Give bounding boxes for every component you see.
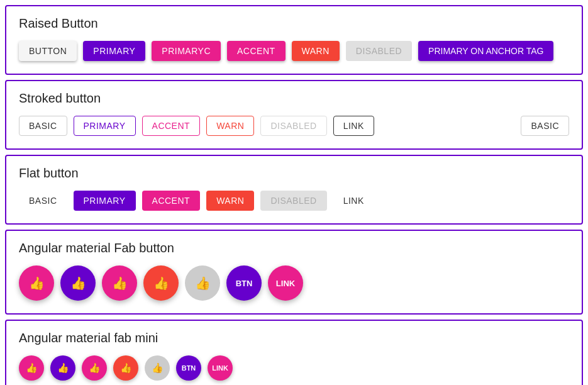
- stroked-button-primary[interactable]: Primary: [74, 116, 136, 136]
- flat-button-warn[interactable]: Warn: [206, 191, 254, 211]
- raised-button-section: Raised Button Button Primary PrimaryC Ac…: [5, 5, 583, 75]
- fab-purple[interactable]: [60, 265, 96, 301]
- thumb-icon: [153, 276, 169, 291]
- fab-mini-section: Angular material fab mini BTN LINK: [5, 320, 583, 385]
- stroked-button-link[interactable]: Link: [333, 116, 374, 136]
- fab-mini-btn[interactable]: BTN: [176, 355, 201, 381]
- raised-button-disabled: Disabled: [346, 41, 412, 61]
- stroked-button-warn[interactable]: Warn: [206, 116, 254, 136]
- raised-button-accent[interactable]: Accent: [227, 41, 286, 61]
- stroked-button-basic2[interactable]: Basic: [521, 116, 569, 136]
- fab-button-row: BTN LINK: [19, 265, 569, 301]
- flat-button-accent[interactable]: Accent: [142, 191, 201, 211]
- thumb-icon: [70, 276, 86, 291]
- flat-button-section: Flat button Basic Primary Accent Warn Di…: [5, 155, 583, 225]
- raised-button-warn[interactable]: Warn: [292, 41, 340, 61]
- flat-button-primary[interactable]: Primary: [74, 191, 136, 211]
- fab-mini-disabled: [145, 355, 170, 381]
- flat-button-row: Basic Primary Accent Warn Disabled Link: [19, 191, 569, 211]
- fab-mini-hot[interactable]: [82, 355, 107, 381]
- thumb-icon: [195, 276, 211, 291]
- fab-btn[interactable]: BTN: [226, 265, 262, 301]
- raised-button-title: Raised Button: [19, 16, 569, 31]
- raised-button-primary[interactable]: Primary: [83, 41, 145, 61]
- thumb-icon: [112, 276, 128, 291]
- flat-button-link[interactable]: Link: [333, 191, 374, 211]
- thumb-icon-sm: [120, 362, 132, 374]
- thumb-icon-sm: [57, 362, 69, 374]
- stroked-button-section: Stroked button Basic Primary Accent Warn…: [5, 80, 583, 150]
- raised-button-primaryc[interactable]: PrimaryC: [152, 41, 221, 61]
- stroked-button-row: Basic Primary Accent Warn Disabled Link …: [19, 116, 569, 136]
- flat-button-disabled: Disabled: [260, 191, 326, 211]
- fab-disabled: [185, 265, 220, 301]
- fab-mini-pink[interactable]: [19, 355, 44, 381]
- stroked-button-title: Stroked button: [19, 91, 569, 106]
- fab-mini-title: Angular material fab mini: [19, 331, 569, 345]
- fab-mini-row: BTN LINK: [19, 355, 569, 381]
- fab-button-title: Angular material Fab button: [19, 241, 569, 255]
- thumb-icon-sm: [152, 362, 164, 374]
- thumb-icon: [29, 276, 45, 291]
- thumb-icon-sm: [26, 362, 38, 374]
- raised-button-anchor[interactable]: Primary on Anchor tag: [418, 41, 553, 61]
- fab-pink[interactable]: [19, 265, 54, 301]
- flat-button-basic[interactable]: Basic: [19, 191, 67, 211]
- stroked-button-accent[interactable]: Accent: [142, 116, 201, 136]
- fab-hot[interactable]: [102, 265, 137, 301]
- thumb-icon-sm: [89, 362, 101, 374]
- fab-mini-link[interactable]: LINK: [208, 355, 233, 381]
- stroked-button-basic[interactable]: Basic: [19, 116, 67, 136]
- flat-button-title: Flat button: [19, 166, 569, 181]
- fab-mini-purple[interactable]: [50, 355, 75, 381]
- raised-button-row: Button Primary PrimaryC Accent Warn Disa…: [19, 41, 569, 61]
- fab-link[interactable]: LINK: [268, 265, 303, 301]
- fab-mini-red[interactable]: [113, 355, 138, 381]
- stroked-button-disabled: Disabled: [260, 116, 326, 136]
- fab-button-section: Angular material Fab button BTN LINK: [5, 230, 583, 315]
- raised-button-default[interactable]: Button: [19, 41, 77, 61]
- fab-red[interactable]: [143, 265, 179, 301]
